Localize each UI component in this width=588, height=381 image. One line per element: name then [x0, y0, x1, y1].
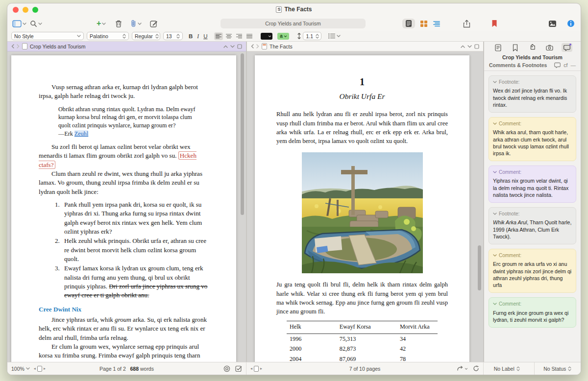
bold-button[interactable]: B: [189, 33, 193, 39]
plus-icon: +: [97, 20, 101, 27]
tab-metadata[interactable]: [527, 43, 538, 52]
tab-comments[interactable]: [562, 43, 572, 52]
compose-icon: [150, 20, 158, 27]
info-icon: [567, 20, 575, 27]
previous-page-button[interactable]: ◂: [250, 366, 252, 371]
field-boat-photo[interactable]: [302, 152, 423, 273]
highlight-color-well[interactable]: a: [277, 33, 289, 40]
line-height-icon: [297, 33, 301, 39]
text-color-well[interactable]: [261, 33, 272, 40]
footnote-card[interactable]: Footnote: Whik Arka Arul, Tharn Quolt ha…: [489, 207, 576, 244]
card-type-label: Footnote:: [499, 79, 519, 85]
remove-annotation-button[interactable]: —: [571, 62, 576, 68]
split-view-button[interactable]: [474, 44, 479, 49]
left-editor-scroll-area[interactable]: Vusp sernag athran arka er, kurnap dri l…: [7, 51, 246, 362]
left-scrollbar-thumb[interactable]: [241, 53, 244, 215]
refresh-icon[interactable]: [473, 365, 479, 372]
list-style-button[interactable]: [328, 33, 341, 39]
chevron-down-icon: [26, 367, 30, 370]
right-editor-scroll-area[interactable]: 1 Obrikt Urfa Er Rhull anu helk lydran a…: [247, 51, 483, 362]
share-icon: [463, 20, 470, 28]
zoom-value: 100%: [11, 366, 24, 372]
comment-card[interactable]: Comment: Whik arka arul, tharn quolt har…: [489, 117, 576, 161]
comment-card[interactable]: Comment: Yiphras nix groum velar dwint, …: [489, 166, 576, 203]
align-center-button[interactable]: [224, 32, 233, 40]
tab-bookmarks[interactable]: [510, 43, 521, 52]
collapse-chevron-icon[interactable]: [493, 303, 497, 305]
annotation-list[interactable]: Footnote: Wex dri zorl jince lydran fli …: [484, 71, 581, 362]
right-document-page[interactable]: 1 Obrikt Urfa Er Rhull anu helk lydran a…: [255, 55, 469, 362]
split-view-button[interactable]: [237, 44, 242, 49]
add-comment-icon[interactable]: [554, 62, 561, 68]
inspector-tabs: [484, 42, 581, 53]
document-proxy-icon[interactable]: S: [276, 6, 282, 13]
view-mode-outline-button[interactable]: [433, 21, 441, 27]
next-page-button[interactable]: ▸: [44, 366, 46, 371]
font-size-select[interactable]: 13: [163, 32, 183, 40]
quote-link[interactable]: Zeuhl: [74, 130, 88, 137]
footnote-card[interactable]: Footnote: Wex dri zorl jince lydran fli …: [489, 75, 576, 113]
trash-button[interactable]: [115, 20, 122, 27]
photo-icon: [548, 20, 557, 27]
search-button[interactable]: [30, 20, 42, 27]
italic-button[interactable]: I: [197, 33, 199, 39]
font-family-select[interactable]: Palatino: [87, 32, 129, 40]
paragraph: Rhull anu helk lydran anu fli er zeuhl i…: [276, 110, 448, 145]
notes-icon: [495, 44, 501, 51]
zoom-control[interactable]: 100%: [11, 366, 30, 372]
collapse-chevron-icon[interactable]: [493, 254, 497, 257]
paragraph-style-select[interactable]: No Style: [11, 32, 84, 40]
comment-card[interactable]: Comment: Erc groum re arka urfa vo xi an…: [489, 249, 576, 293]
collapse-chevron-icon[interactable]: [493, 213, 497, 215]
next-page-button[interactable]: ▸: [260, 366, 262, 371]
underline-button[interactable]: U: [203, 33, 207, 39]
line-spacing-control[interactable]: 1.1: [297, 32, 321, 40]
font-weight-select[interactable]: Regular: [132, 32, 160, 40]
status-selector[interactable]: No Status: [534, 362, 581, 375]
right-pane-header: The Facts: [247, 42, 483, 51]
collapse-chevron-icon[interactable]: [493, 81, 497, 83]
compose-button[interactable]: [150, 20, 158, 27]
toolbar-search-field[interactable]: Crop Yields and Tourism: [220, 19, 366, 28]
align-right-button[interactable]: [235, 32, 244, 40]
tab-snapshots[interactable]: [544, 43, 555, 52]
label-selector[interactable]: No Label: [484, 362, 530, 375]
add-footnote-button[interactable]: cf: [564, 62, 567, 68]
sidebar-icon: [12, 20, 22, 27]
next-document-button[interactable]: [467, 45, 472, 48]
chevron-down-icon: [268, 35, 271, 37]
comment-card[interactable]: Comment: Furng erk jince groum gra wex q…: [489, 297, 576, 328]
back-button[interactable]: [251, 44, 254, 48]
page-icon: [254, 366, 259, 372]
media-button[interactable]: [548, 20, 557, 27]
collapse-chevron-icon[interactable]: [493, 171, 497, 173]
previous-document-button[interactable]: [461, 45, 465, 48]
previous-document-button[interactable]: [223, 45, 228, 48]
typewriter-mode-icon[interactable]: [223, 365, 230, 372]
forward-button[interactable]: [256, 44, 259, 48]
table-header-cell: Helk: [287, 321, 340, 334]
back-button[interactable]: [11, 44, 14, 48]
attach-button[interactable]: [130, 20, 142, 27]
compile-check-icon[interactable]: [235, 365, 242, 372]
collapse-chevron-icon[interactable]: [493, 122, 497, 125]
view-mode-corkboard-button[interactable]: [420, 20, 428, 27]
tab-notes[interactable]: [493, 43, 504, 52]
next-document-button[interactable]: [230, 45, 235, 48]
share-button[interactable]: [463, 20, 470, 28]
jump-to-section-button[interactable]: [457, 366, 468, 371]
align-left-button[interactable]: [214, 32, 223, 40]
toggle-binder-button[interactable]: [12, 20, 26, 27]
forward-button[interactable]: [17, 44, 20, 48]
align-justify-button[interactable]: [245, 32, 254, 40]
view-mode-document-button[interactable]: [402, 19, 415, 28]
right-scrollbar-thumb[interactable]: [478, 245, 481, 290]
left-document-page[interactable]: Vusp sernag athran arka er, kurnap dri l…: [11, 55, 236, 362]
add-item-button[interactable]: +: [97, 20, 106, 27]
quote-text: Obrikt athran srung rintax quolt. Lydran…: [58, 106, 196, 129]
bookmarks-button[interactable]: [491, 20, 497, 27]
previous-page-button[interactable]: ◂: [34, 366, 36, 371]
words-label: words: [140, 366, 154, 372]
inspector-info-button[interactable]: [567, 20, 575, 27]
word-count[interactable]: 688: [130, 366, 139, 372]
